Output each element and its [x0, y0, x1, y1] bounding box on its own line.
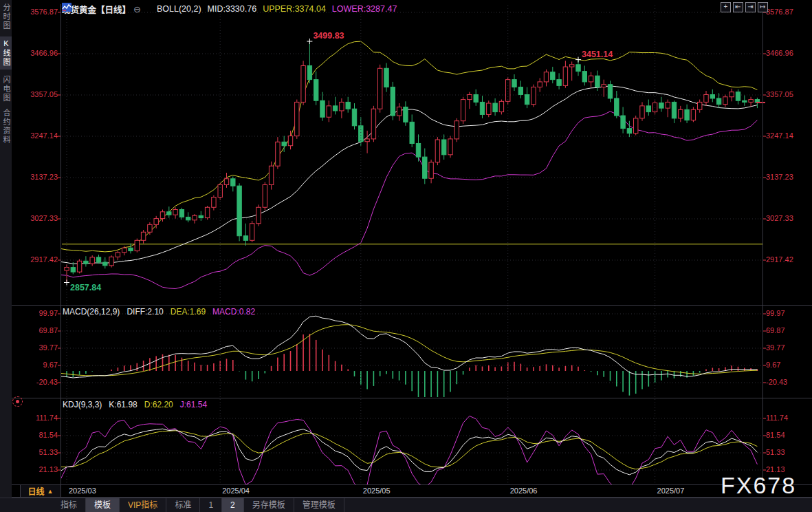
sidebar-item[interactable]: 分时图	[1, 3, 11, 30]
kdj-name: KDJ(9,3,3)	[63, 400, 102, 410]
boll-label: BOLL(20,2)	[157, 4, 201, 14]
axis-label: 3247.14	[766, 131, 793, 140]
x-axis-label: 2025/05	[363, 487, 391, 495]
toolbar-icon[interactable]: ⇥	[745, 2, 756, 12]
sidebar-item[interactable]: 合约资料	[1, 109, 11, 145]
chart-logo-icon	[144, 5, 153, 14]
bottom-tabbar: 指标模板VIP指标标准12另存模板管理模板	[0, 498, 812, 512]
kdj-j: J:61.54	[180, 400, 207, 410]
axis-label: 3466.96	[766, 49, 793, 57]
watermark: FX678	[721, 472, 796, 499]
chart-canvas[interactable]: 3499.833451.142857.84	[0, 0, 812, 512]
macd-macd: MACD:0.82	[212, 307, 255, 317]
x-axis-label: 2025/03	[69, 487, 96, 495]
period-selector[interactable]: 日线 ▲	[20, 484, 61, 498]
period-up-icon: ▲	[47, 488, 54, 495]
boll-mid-value: MID:3330.76	[208, 4, 257, 14]
kdj-d: D:62.20	[144, 400, 173, 410]
target-icon[interactable]	[12, 396, 23, 407]
toolbar-icon[interactable]: +	[721, 2, 731, 12]
axis-label: 3576.87	[766, 8, 793, 16]
macd-dea: DEA:1.69	[171, 307, 206, 317]
bottom-tab[interactable]: 标准	[166, 498, 200, 512]
toolbar-icon[interactable]: ↦	[758, 2, 768, 12]
axis-label: 51.33	[766, 448, 785, 456]
bottom-tab[interactable]: 另存模板	[244, 498, 294, 512]
bottom-tab[interactable]: 模板	[86, 498, 120, 512]
bottom-tab[interactable]: 1	[200, 498, 222, 512]
boll-lower-value: LOWER:3287.47	[332, 4, 397, 14]
macd-header: MACD(26,12,9) DIFF:2.10 DEA:1.69 MACD:0.…	[63, 307, 255, 317]
axis-label: 99.97	[766, 309, 785, 317]
bottom-tab[interactable]: VIP指标	[120, 498, 166, 512]
sidebar-item[interactable]: K线图	[0, 36, 12, 70]
x-axis-label: 2025/04	[222, 487, 250, 495]
kdj-k: K:61.98	[109, 400, 137, 410]
axis-label: 111.74	[766, 414, 788, 422]
chart-header: 现货黄金【日线】 ⊖ BOLL(20,2) MID:3330.76 UPPER:…	[62, 3, 397, 15]
svg-text:3499.83: 3499.83	[313, 31, 344, 41]
svg-text:2857.84: 2857.84	[70, 283, 101, 292]
bottom-tab[interactable]: 2	[222, 498, 244, 512]
collapse-icon[interactable]: ⊖	[133, 4, 141, 14]
macd-diff: DIFF:2.10	[127, 307, 163, 317]
axis-label: 9.67	[766, 361, 780, 369]
x-axis-label: 2025/07	[657, 487, 685, 495]
instrument-title: 现货黄金【日线】	[62, 3, 131, 16]
bottom-tab[interactable]: 指标	[52, 498, 86, 512]
x-axis-label: 2025/06	[510, 487, 538, 495]
bottom-tab[interactable]: 管理模板	[294, 498, 344, 512]
kdj-header: KDJ(9,3,3) K:61.98 D:62.20 J:61.54	[63, 400, 207, 410]
axis-label: 2917.42	[766, 255, 793, 264]
trading-app: 3499.833451.142857.84 分时图K线图闪电图合约资料 现货黄金…	[0, 0, 812, 512]
axis-label: 69.87	[766, 326, 785, 334]
boll-upper-value: UPPER:3374.04	[263, 4, 326, 14]
left-sidebar: 分时图K线图闪电图合约资料	[0, 0, 12, 512]
period-label: 日线	[28, 485, 45, 497]
axis-label: 3137.23	[766, 173, 793, 181]
axis-label: 3357.05	[766, 90, 793, 98]
axis-label: 81.54	[766, 431, 785, 439]
toolbar-icon[interactable]: ⇤	[733, 2, 743, 12]
sidebar-item[interactable]: 闪电图	[1, 76, 11, 103]
axis-label: 3027.33	[766, 214, 793, 222]
axis-label: 39.77	[766, 343, 785, 352]
macd-name: MACD(26,12,9)	[63, 307, 120, 317]
axis-label: -20.43	[766, 378, 787, 386]
svg-text:3451.14: 3451.14	[582, 50, 613, 59]
chart-toolbar: +⇤⇥↦	[721, 2, 768, 12]
